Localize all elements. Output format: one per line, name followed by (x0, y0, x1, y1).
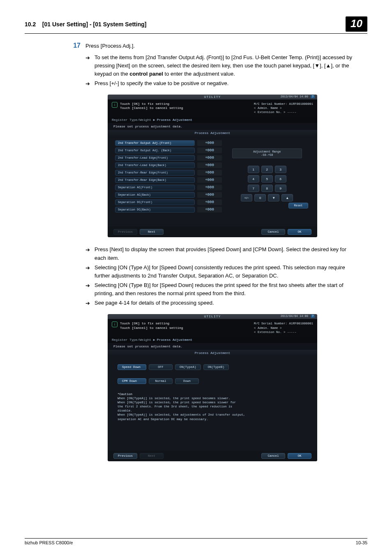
previous-button[interactable]: Previous (113, 229, 137, 235)
keypad-key[interactable]: 9 (275, 185, 286, 192)
bullet-text: Press [Next] to display the screen that … (95, 245, 355, 262)
previous-button[interactable]: Previous (113, 453, 137, 459)
adjustment-item-button[interactable]: 2nd Transfer-Rear Edge(Front) (115, 170, 195, 176)
adjustment-item-button[interactable]: 2nd Transfer-Lead Edge(Front) (115, 155, 195, 161)
section-number: 10.2 (25, 21, 36, 28)
subtitle: Please set process adjustment data. (108, 123, 317, 130)
adjustment-item-button[interactable]: 2nd Transfer-Rear Edge(Back) (115, 177, 195, 183)
adjustment-value: +000 (197, 148, 222, 153)
instruction-line: Touch [OK] to fix setting (120, 321, 183, 326)
adjustment-item-button[interactable]: Separation DC(Front) (115, 199, 195, 205)
footer-left: bizhub PRESS C8000/e (25, 540, 73, 545)
section-title: [01 User Setting] - [01 System Setting] (42, 21, 147, 28)
keypad-key[interactable]: ▼ (268, 194, 279, 201)
adjustment-value: +000 (197, 199, 222, 205)
screen-title: UTILITY (204, 314, 221, 318)
bullet-text: To set the items from [2nd Transfer Outp… (95, 53, 355, 78)
keypad-key[interactable]: ▲ (281, 194, 293, 201)
arrow-icon: ➔ (85, 53, 95, 62)
mode-option-button[interactable]: Down (175, 378, 199, 384)
arrow-icon: ➔ (85, 79, 95, 88)
info-icon: i (112, 102, 118, 108)
tab-label: Process Adjustment (108, 350, 317, 356)
arrow-icon: ➔ (85, 299, 95, 308)
instruction-line: Touch [Cancel] to cancel setting (120, 106, 183, 110)
bullet-text: Selecting [ON (Type A)] for [Speed Down]… (95, 264, 355, 280)
adjustment-value: +000 (197, 177, 222, 183)
tab-label: Process Adjustment (108, 130, 317, 136)
adjustment-range-box: Adjustment Range -50-+50 (232, 148, 302, 158)
mode-label: CPM Down (118, 378, 146, 384)
next-button[interactable]: Next (140, 453, 164, 459)
extension-number: < Extension No. > ----- (254, 110, 313, 114)
help-icon[interactable]: ? (311, 314, 315, 318)
adjustment-value: +000 (197, 185, 222, 190)
arrow-icon: ➔ (85, 281, 95, 290)
keypad-key[interactable]: +/− (241, 194, 252, 201)
admin-name: < Admin. Name > (254, 106, 313, 110)
ok-button[interactable]: OK (288, 229, 311, 235)
admin-name: < Admin. Name > (254, 326, 313, 330)
cancel-button[interactable]: Cancel (261, 453, 285, 459)
adjustment-value: +000 (197, 155, 222, 161)
mode-option-button[interactable]: Normal (149, 378, 173, 384)
screenshot-process-adjustment: UTILITY 2013/04/04 14:00 ? i Touch [OK] … (108, 95, 317, 237)
bullet-text: Press [+/-] to specify the value to be p… (95, 79, 355, 88)
keypad-key[interactable]: 2 (261, 166, 273, 173)
adjustment-value: +000 (197, 192, 222, 198)
arrow-icon: ➔ (85, 245, 95, 254)
mode-option-button[interactable]: ON(TypeA) (175, 364, 201, 370)
serial-number: M/C Serial Number: A1RF001000001 (254, 102, 313, 106)
adjustment-item-button[interactable]: 2nd Transfer-Lead Edge(Back) (115, 162, 195, 168)
adjustment-value: +000 (197, 140, 222, 146)
keypad-key[interactable]: 3 (275, 166, 286, 173)
adjustment-value: +000 (197, 207, 222, 213)
datetime: 2013/04/04 14:00 (281, 314, 308, 318)
next-button[interactable]: Next (140, 229, 164, 235)
datetime: 2013/04/04 14:00 (281, 95, 308, 98)
keypad-key[interactable]: 8 (261, 185, 273, 192)
footer-right: 10-35 (356, 540, 367, 545)
adjustment-item-button[interactable]: Separation DC(Back) (115, 207, 195, 213)
bullet-text: Selecting [ON (Type B)] for [Speed Down]… (95, 281, 355, 298)
step-number: 17 (70, 42, 85, 49)
chapter-number: 10 (346, 16, 367, 32)
ok-button[interactable]: OK (288, 453, 311, 459)
mode-option-button[interactable]: OFF (149, 364, 173, 370)
instruction-line: Touch [Cancel] to cancel setting (120, 326, 183, 330)
adjustment-value: +000 (197, 170, 222, 176)
keypad-key[interactable]: 6 (275, 175, 286, 183)
keypad-key[interactable]: 7 (248, 185, 259, 192)
info-icon: i (112, 321, 118, 327)
adjustment-item-button[interactable]: 2nd Transfer Output Adj.(Front) (115, 140, 195, 146)
breadcrumb: Register Type/Weight ▶ Process Adjustmen… (108, 117, 317, 123)
help-icon[interactable]: ? (311, 95, 315, 98)
mode-option-button[interactable]: ON(TypeB) (203, 364, 229, 370)
adjustment-item-button[interactable]: Separation AC(Back) (115, 192, 195, 198)
instruction-line: Touch [OK] to fix setting (120, 102, 183, 106)
adjustment-item-button[interactable]: 2nd Transfer Output Adj. (Back) (115, 148, 195, 153)
mode-label: Speed Down (118, 364, 146, 370)
reset-button[interactable]: Reset (288, 203, 308, 208)
keypad-key[interactable]: 0 (254, 194, 266, 201)
bullet-text: See page 4-14 for details of the process… (95, 299, 355, 307)
adjustment-value: +000 (197, 162, 222, 168)
step-text: Press [Process Adj.]. (85, 42, 355, 50)
screen-title: UTILITY (204, 95, 221, 99)
serial-number: M/C Serial Number: A1RF001000001 (254, 321, 313, 326)
arrow-icon: ➔ (85, 264, 95, 272)
page-footer: bizhub PRESS C8000/e 10-35 (25, 538, 367, 545)
subtitle: Please set process adjustment data. (108, 343, 317, 350)
extension-number: < Extension No. > ----- (254, 330, 313, 334)
keypad-key[interactable]: 1 (248, 166, 259, 173)
page-header: 10.2 [01 User Setting] - [01 System Sett… (25, 16, 367, 34)
screenshot-speed-down: UTILITY 2013/04/04 14:00 ? i Touch [OK] … (108, 314, 317, 461)
keypad-key[interactable]: 5 (261, 175, 273, 183)
caution-text: *Caution When [ON(TypeA)] is selected, t… (118, 392, 298, 421)
adjustment-item-button[interactable]: Separation AC(Front) (115, 185, 195, 190)
breadcrumb: Register Type/Weight ▶ Process Adjustmen… (108, 337, 317, 343)
keypad-key[interactable]: 4 (248, 175, 259, 183)
cancel-button[interactable]: Cancel (261, 229, 285, 235)
